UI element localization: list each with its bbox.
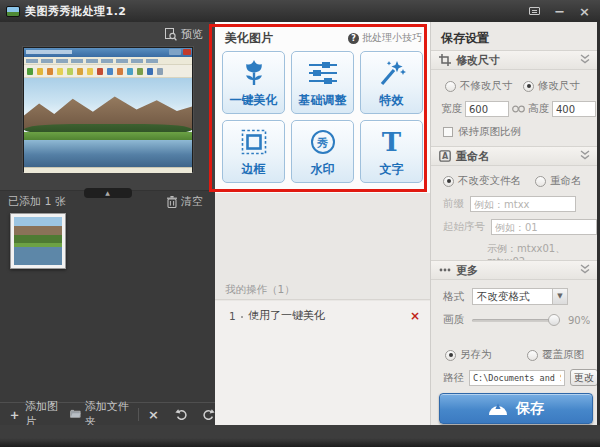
change-path-button[interactable]: 更改 — [570, 369, 598, 386]
dropdown-arrow-icon: ▼ — [552, 289, 567, 304]
link-dimensions-icon[interactable] — [512, 105, 525, 113]
keep-ratio-checkbox[interactable] — [443, 127, 453, 137]
beautify-button-grid: 一键美化 基础调整 — [222, 51, 423, 183]
path-label: 路径 — [443, 371, 464, 385]
rename-section-header[interactable]: A 重命名 — [431, 146, 598, 166]
format-select[interactable]: 不改变格式 ▼ — [472, 288, 568, 305]
collapse-list-button[interactable]: ▲ — [84, 188, 132, 198]
folder-icon — [70, 409, 81, 419]
height-input[interactable] — [552, 101, 596, 117]
flower-icon — [241, 57, 267, 89]
save-as-label: 另存为 — [460, 348, 492, 362]
thumbnail-image — [14, 217, 62, 265]
remove-button[interactable]: × — [148, 408, 159, 421]
rename-radio[interactable] — [535, 176, 546, 187]
text-label: 文字 — [380, 161, 404, 178]
text-button[interactable]: T 文字 — [360, 120, 423, 183]
operation-row: 1 使用了一键美化 × — [215, 307, 430, 325]
serial-label: 起始序号 — [443, 220, 485, 234]
app-window: 美图秀秀批处理1.2 − × 预览 — [0, 0, 600, 447]
preview-app-menubar — [24, 57, 192, 65]
text-icon: T — [382, 126, 401, 158]
operation-text: 使用了一键美化 — [248, 307, 325, 325]
rename-label: 重命名 — [550, 174, 582, 188]
overwrite-option[interactable]: 覆盖原图 — [527, 348, 584, 362]
added-count-label: 已添加 1 张 — [8, 194, 66, 209]
keep-ratio-option[interactable]: 保持原图比例 — [443, 125, 521, 139]
beautify-box: 美化图片 ? 批处理小技巧 一键美化 — [215, 22, 430, 193]
undo-button[interactable] — [175, 408, 188, 420]
effects-label: 特效 — [380, 92, 404, 109]
clear-button[interactable]: 清空 — [167, 194, 203, 209]
minimize-button[interactable]: − — [554, 5, 565, 18]
magic-wand-icon — [378, 57, 406, 89]
resize-option[interactable]: 修改尺寸 — [523, 79, 580, 93]
basic-adjust-label: 基础调整 — [299, 92, 347, 109]
window-bottom-frame — [0, 425, 600, 447]
plus-icon: ＋ — [8, 408, 21, 421]
chevron-double-down-icon — [580, 54, 590, 67]
resize-radio[interactable] — [523, 81, 534, 92]
clear-label: 清空 — [181, 194, 203, 209]
frame-button[interactable]: 边框 — [222, 120, 285, 183]
width-input[interactable] — [465, 101, 509, 117]
prefix-input[interactable] — [470, 196, 576, 212]
watermark-label: 水印 — [311, 161, 335, 178]
serial-input[interactable] — [491, 219, 597, 235]
format-row: 格式 不改变格式 ▼ — [443, 288, 568, 305]
more-section-header[interactable]: 更多 — [431, 260, 598, 280]
rename-section-label: 重命名 — [456, 149, 489, 164]
preview-app-toolbar — [24, 65, 192, 78]
path-row: 路径 更改 — [443, 369, 598, 386]
save-button-label: 保存 — [516, 400, 544, 418]
chevron-double-down-icon — [580, 264, 590, 277]
keep-name-radio[interactable] — [443, 176, 454, 187]
overwrite-label: 覆盖原图 — [542, 348, 584, 362]
serial-row: 起始序号 — [443, 219, 597, 235]
frame-icon — [241, 126, 267, 158]
delete-operation-button[interactable]: × — [410, 307, 420, 325]
preview-app-statusbar — [24, 167, 192, 173]
watermark-button[interactable]: 秀 水印 — [291, 120, 354, 183]
quality-slider[interactable] — [472, 319, 560, 322]
redo-button[interactable] — [202, 408, 215, 420]
preview-photo — [24, 78, 192, 167]
no-resize-option[interactable]: 不修改尺寸 — [445, 79, 513, 93]
image-thumbnail[interactable] — [10, 213, 66, 269]
save-as-option[interactable]: 另存为 — [445, 348, 492, 362]
app-logo-icon — [6, 6, 20, 17]
preview-button[interactable]: 预览 — [165, 27, 203, 42]
basic-adjust-button[interactable]: 基础调整 — [291, 51, 354, 114]
close-button[interactable]: × — [579, 5, 590, 18]
rename-option[interactable]: 重命名 — [535, 174, 582, 188]
feedback-icon[interactable] — [529, 7, 540, 15]
quality-slider-thumb[interactable] — [548, 314, 560, 326]
save-as-radio[interactable] — [445, 350, 456, 361]
title-bar: 美图秀秀批处理1.2 − × — [0, 0, 600, 22]
save-button[interactable]: 保存 — [439, 393, 593, 424]
tips-link[interactable]: ? 批处理小技巧 — [348, 31, 422, 45]
no-resize-radio[interactable] — [445, 81, 456, 92]
watermark-badge: 秀 — [311, 130, 335, 154]
watermark-icon: 秀 — [311, 126, 335, 158]
more-section-label: 更多 — [456, 263, 478, 278]
preview-image[interactable] — [23, 47, 193, 172]
window-title: 美图秀秀批处理1.2 — [25, 4, 127, 19]
overwrite-radio[interactable] — [527, 350, 538, 361]
svg-text:A: A — [442, 152, 449, 161]
beautify-panel: 美化图片 ? 批处理小技巧 一键美化 — [215, 22, 430, 425]
sliders-icon — [307, 57, 339, 89]
keep-name-label: 不改变文件名 — [458, 174, 521, 188]
height-label: 高度 — [528, 102, 549, 116]
chevron-double-down-icon — [580, 150, 590, 163]
dimensions-row: 宽度 高度 — [441, 101, 596, 117]
toolbar-divider — [138, 408, 139, 421]
file-toolbar: ＋ 添加图片 添加文件夹 × — [0, 402, 215, 425]
keep-name-option[interactable]: 不改变文件名 — [443, 174, 521, 188]
no-resize-label: 不修改尺寸 — [460, 79, 513, 93]
operations-header: 我的操作（1） — [215, 280, 430, 300]
resize-section-header[interactable]: 修改尺寸 — [431, 50, 598, 70]
path-input[interactable] — [469, 370, 565, 386]
effects-button[interactable]: 特效 — [360, 51, 423, 114]
one-key-beautify-button[interactable]: 一键美化 — [222, 51, 285, 114]
